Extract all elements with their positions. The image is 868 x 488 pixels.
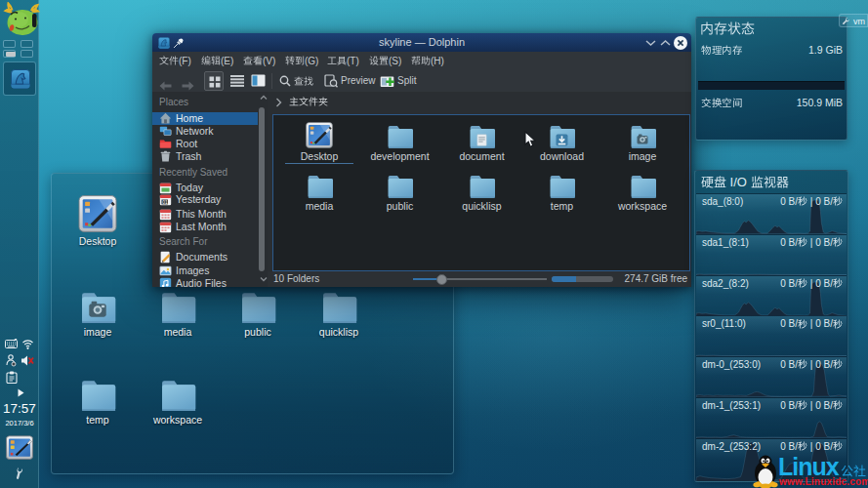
svg-text:01: 01 (162, 200, 168, 205)
